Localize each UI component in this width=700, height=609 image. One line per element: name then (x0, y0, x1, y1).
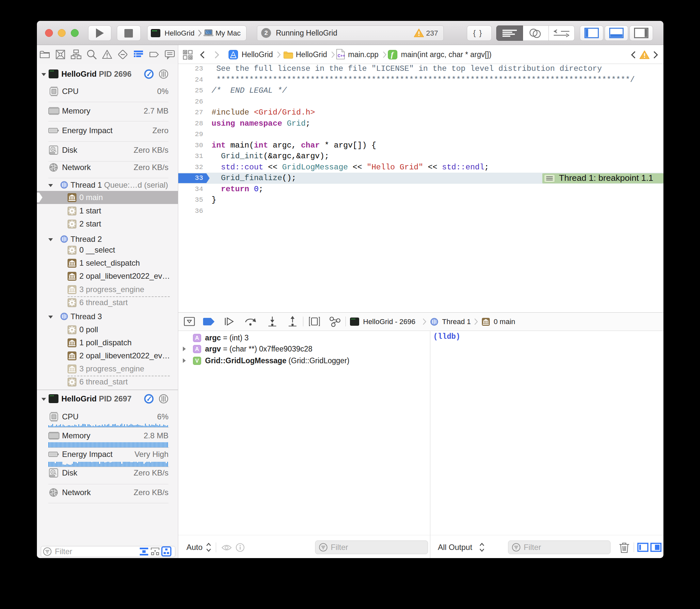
svg-text:C++: C++ (338, 53, 345, 58)
